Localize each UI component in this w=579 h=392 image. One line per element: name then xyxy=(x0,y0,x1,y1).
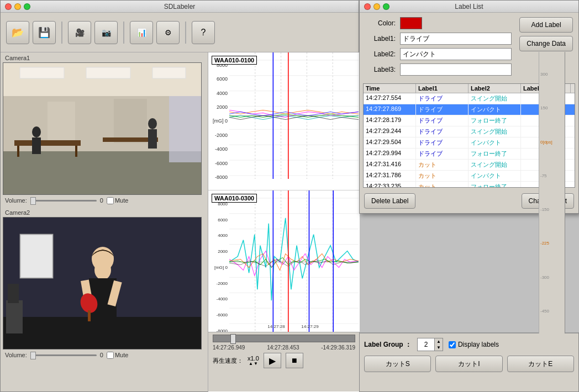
graph1-y2000: 2000 xyxy=(209,104,229,110)
camera2-vol-value: 0 xyxy=(100,352,103,358)
svg-rect-6 xyxy=(48,102,75,140)
cut-s-button[interactable]: カットS xyxy=(364,356,431,372)
label-group-spinner[interactable]: 2 ▲ ▼ xyxy=(417,338,443,351)
svg-rect-7 xyxy=(114,99,147,143)
label-window-title: Label List xyxy=(455,3,483,10)
td-time: 14:27:29.504 xyxy=(364,137,416,148)
help-icon: ? xyxy=(201,28,206,38)
display-labels-checkbox[interactable] xyxy=(449,341,456,348)
td-label1: ドライブ xyxy=(416,149,469,159)
camera2-mute-label[interactable]: Mute xyxy=(107,352,128,359)
svg-rect-29 xyxy=(6,300,23,333)
label-group-down-arrow[interactable]: ▼ xyxy=(435,345,443,351)
td-label2: インパクト xyxy=(469,104,521,115)
svg-point-14 xyxy=(148,118,157,129)
close-button[interactable] xyxy=(5,3,12,10)
color-swatch[interactable] xyxy=(400,17,422,29)
td-label2: フォロー終了 xyxy=(469,149,521,159)
graph2-y4000: 4000 xyxy=(209,233,229,238)
camera2-controls: Volume: 0 Mute xyxy=(3,349,206,361)
change-data-button[interactable]: Change Data xyxy=(519,36,573,51)
open-icon: 📂 xyxy=(12,27,24,39)
settings-button[interactable]: ⚙ xyxy=(156,21,180,44)
color-label: Color: xyxy=(365,19,396,27)
label-minimize-button[interactable] xyxy=(373,3,380,10)
label-group-arrows[interactable]: ▲ ▼ xyxy=(434,338,443,351)
graph1-panel: WAA010-0100 8000 6000 4000 2000 [mG] 0 -… xyxy=(208,52,360,190)
add-label-button[interactable]: Add Label xyxy=(519,17,573,33)
camera1-feed xyxy=(3,63,202,195)
svg-rect-13 xyxy=(32,137,41,154)
speed-arrows[interactable]: ▲ ▼ xyxy=(249,362,258,366)
td-label1: カット xyxy=(416,171,469,181)
svg-rect-30 xyxy=(8,284,19,303)
bottom-controls: 14:27:26.949 14:27:28.453 -14:29:36.319 … xyxy=(208,332,360,391)
label-close-button[interactable] xyxy=(364,3,371,10)
td-label2: フォロー終了 xyxy=(469,182,521,187)
svg-rect-19 xyxy=(3,317,202,349)
svg-rect-3 xyxy=(152,67,186,78)
camera1-panel: Camera1 xyxy=(3,54,206,206)
td-label1: ドライブ xyxy=(416,126,469,137)
camera2-label: Camera2 xyxy=(3,208,206,217)
svg-rect-10 xyxy=(17,146,19,157)
camera2-mute-checkbox[interactable] xyxy=(107,352,114,359)
cut-i-button[interactable]: カットI xyxy=(435,356,502,372)
camera1-mute-checkbox[interactable] xyxy=(107,197,114,204)
cut-e-button[interactable]: カットE xyxy=(507,356,574,372)
camera1-button[interactable]: 🎥 xyxy=(68,21,91,44)
label-group-row2: カットS カットI カットE xyxy=(364,356,574,372)
play-button[interactable]: ▶ xyxy=(264,353,281,368)
td-time: 14:27:31.786 xyxy=(364,171,416,181)
th-label1: Label1 xyxy=(416,84,469,93)
graph2-panel: WAA010-0300 8000 6000 4000 2000 [mG] 0 -… xyxy=(208,190,360,345)
open-button[interactable]: 📂 xyxy=(6,21,29,44)
signal-icon: 📊 xyxy=(137,28,146,37)
graph1-y6000: 6000 xyxy=(209,76,229,82)
td-label1: ドライブ xyxy=(416,115,469,126)
label3-input[interactable] xyxy=(400,63,512,76)
display-labels-check[interactable]: Display labels xyxy=(449,341,499,348)
camera1-view xyxy=(3,62,202,195)
speed-label: 再生速度： xyxy=(213,357,243,365)
graph1-yn2000: -2000 xyxy=(209,133,229,138)
signal-button[interactable]: 📊 xyxy=(130,21,153,44)
label2-row: Label2: xyxy=(365,48,512,60)
progress-bar-container[interactable] xyxy=(210,335,357,342)
camera1-mute-label[interactable]: Mute xyxy=(107,197,128,204)
label1-label: Label1: xyxy=(365,35,396,43)
graph1-yn4000: -4000 xyxy=(209,146,229,152)
main-window-title: SDLabeler xyxy=(164,3,196,10)
main-title-bar: SDLabeler xyxy=(1,1,359,13)
maximize-button[interactable] xyxy=(24,3,30,10)
svg-rect-16 xyxy=(169,96,202,162)
camera2-button[interactable]: 📷 xyxy=(94,21,118,44)
save-button[interactable]: 💾 xyxy=(33,21,56,44)
graph1-yn6000: -6000 xyxy=(209,161,229,166)
speed-up-arrow[interactable]: ▲ xyxy=(249,362,253,366)
td-label1: カット xyxy=(416,160,469,170)
speed-control[interactable]: x1.0 ▲ ▼ xyxy=(248,355,259,366)
delete-label-button[interactable]: Delete Label xyxy=(364,193,415,209)
td-label1: ドライブ xyxy=(416,137,469,148)
svg-rect-26 xyxy=(88,310,91,321)
progress-thumb[interactable] xyxy=(230,334,236,344)
cameras-area: Camera1 xyxy=(1,52,208,392)
th-time: Time xyxy=(364,84,416,93)
label-maximize-button[interactable] xyxy=(383,3,389,10)
camera2-volume-slider[interactable] xyxy=(30,351,97,359)
camera1-volume-slider[interactable] xyxy=(30,197,97,204)
label2-input[interactable] xyxy=(400,48,512,60)
label-group-area: Label Group ： 2 ▲ ▼ Display labels カットS … xyxy=(359,332,579,392)
label1-input[interactable] xyxy=(400,33,512,45)
progress-bar[interactable] xyxy=(213,335,355,342)
speed-down-arrow[interactable]: ▼ xyxy=(254,362,258,366)
display-labels-text: Display labels xyxy=(458,341,499,348)
minimize-button[interactable] xyxy=(14,3,21,10)
dps-n150: -150 xyxy=(540,207,564,212)
stop-button[interactable]: ■ xyxy=(286,353,303,368)
dps-0: 0[dps] xyxy=(540,140,564,145)
camera1-icon: 🎥 xyxy=(75,28,85,37)
label-group-up-arrow[interactable]: ▲ xyxy=(435,338,443,345)
help-button[interactable]: ? xyxy=(192,21,215,44)
